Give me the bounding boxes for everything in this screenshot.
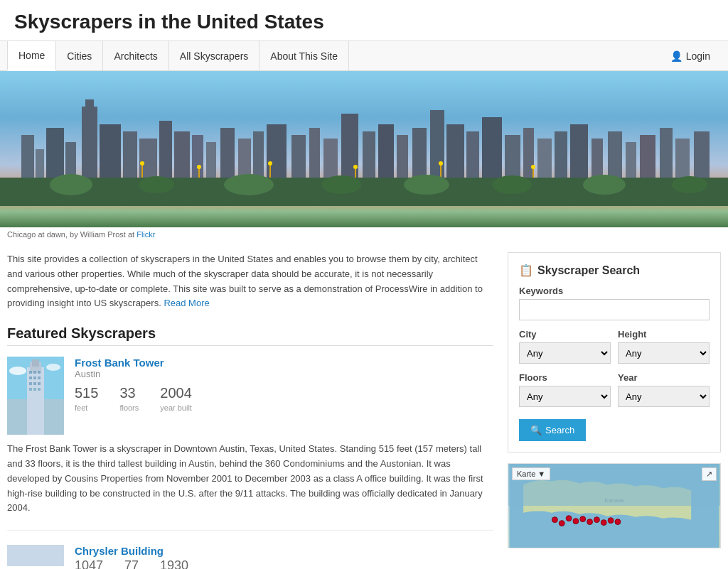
- svg-rect-67: [32, 359, 39, 367]
- city-label: City: [519, 329, 611, 340]
- login-button[interactable]: 👤 Login: [660, 41, 721, 70]
- skyscraper-city: Austin: [75, 369, 493, 379]
- svg-rect-15: [238, 139, 251, 178]
- svg-point-61: [583, 175, 626, 195]
- svg-point-81: [46, 364, 60, 371]
- search-panel-icon: 📋: [519, 264, 533, 277]
- svg-point-51: [439, 161, 443, 166]
- svg-rect-18: [291, 135, 306, 178]
- svg-point-89: [587, 519, 593, 525]
- map-background: Kanada Karte ▼: [508, 464, 720, 548]
- keywords-group: Keywords: [519, 286, 710, 320]
- svg-rect-13: [206, 142, 216, 178]
- nav-about[interactable]: About This Site: [259, 41, 349, 70]
- map-dropdown-icon: ▼: [537, 470, 545, 478]
- skyscraper-info: Frost Bank Tower Austin 515 feet 33 floo…: [75, 357, 493, 435]
- svg-rect-19: [309, 128, 320, 178]
- svg-rect-20: [323, 139, 338, 178]
- skyscraper-description: The Frost Bank Tower is a skyscraper in …: [7, 442, 493, 516]
- svg-point-56: [139, 176, 174, 193]
- search-panel-title: 📋 Skyscraper Search: [519, 264, 710, 277]
- svg-rect-38: [640, 135, 655, 178]
- nav-bar: Home Cities Architects All Skyscrapers A…: [0, 40, 728, 71]
- height-group: Height Any: [618, 329, 710, 364]
- svg-rect-40: [675, 139, 690, 178]
- svg-rect-35: [592, 139, 603, 178]
- nav-cities[interactable]: Cities: [56, 41, 103, 70]
- svg-rect-30: [505, 135, 520, 178]
- skyscraper-entry-2: Chrysler Building 1047 77 1930: [7, 545, 493, 569]
- map-expand-button[interactable]: ↗: [702, 467, 717, 481]
- svg-point-60: [492, 175, 532, 194]
- svg-rect-72: [33, 376, 36, 379]
- height-label: Height: [618, 329, 710, 340]
- svg-rect-23: [378, 124, 394, 178]
- svg-rect-36: [608, 131, 622, 178]
- svg-rect-70: [38, 371, 41, 374]
- svg-rect-12: [192, 135, 203, 178]
- floors-select[interactable]: Any: [519, 386, 611, 407]
- nav-architects[interactable]: Architects: [103, 41, 168, 70]
- svg-point-49: [353, 165, 358, 169]
- user-icon: 👤: [670, 50, 682, 62]
- search-icon: 🔍: [530, 425, 542, 435]
- svg-rect-6: [85, 99, 94, 121]
- skyscraper-name-link[interactable]: Frost Bank Tower: [75, 357, 493, 369]
- stat-floors: 33 floors: [119, 385, 139, 413]
- svg-rect-74: [29, 382, 32, 385]
- svg-point-57: [224, 174, 274, 195]
- svg-rect-28: [466, 131, 479, 178]
- svg-rect-4: [65, 142, 76, 178]
- svg-point-88: [580, 516, 586, 522]
- skyline-svg: [0, 92, 728, 206]
- city-height-row: City Any Height Any: [519, 329, 710, 372]
- svg-point-92: [608, 518, 614, 524]
- year-label: Year: [618, 372, 710, 383]
- site-title: Skyscrapers in the United States: [0, 0, 728, 40]
- flickr-link[interactable]: Flickr: [136, 230, 155, 239]
- svg-point-58: [321, 175, 361, 194]
- map-label: Karte: [517, 470, 535, 478]
- svg-point-62: [672, 176, 707, 193]
- read-more-link[interactable]: Read More: [164, 298, 209, 308]
- skyscraper-name-link-2[interactable]: Chrysler Building: [75, 545, 188, 557]
- svg-rect-31: [523, 128, 534, 178]
- svg-rect-24: [397, 135, 408, 178]
- nav-all-skyscrapers[interactable]: All Skyscrapers: [169, 41, 259, 70]
- svg-rect-75: [33, 382, 36, 385]
- map-control[interactable]: Karte ▼: [512, 467, 550, 480]
- year-select[interactable]: Any: [618, 386, 710, 407]
- svg-point-53: [531, 165, 535, 169]
- svg-rect-7: [100, 124, 121, 178]
- svg-rect-26: [430, 110, 444, 178]
- svg-point-93: [615, 519, 621, 525]
- svg-rect-8: [123, 131, 137, 178]
- svg-rect-16: [253, 131, 264, 178]
- map-panel: Kanada Karte ▼: [508, 463, 721, 548]
- svg-rect-77: [29, 388, 32, 391]
- svg-rect-1: [21, 135, 34, 178]
- hero-caption: Chicago at dawn, by William Prost at Fli…: [0, 227, 728, 242]
- skyscraper-header: Frost Bank Tower Austin 515 feet 33 floo…: [7, 357, 493, 435]
- next-stats: 1047 77 1930: [75, 558, 188, 569]
- stat-feet: 515 feet: [75, 385, 98, 413]
- svg-rect-3: [46, 128, 64, 178]
- svg-rect-37: [626, 142, 636, 178]
- svg-point-80: [9, 367, 26, 375]
- skyscraper-entry: Frost Bank Tower Austin 515 feet 33 floo…: [7, 357, 493, 531]
- svg-point-45: [197, 165, 201, 169]
- search-panel: 📋 Skyscraper Search Keywords City Any: [508, 252, 721, 453]
- city-select[interactable]: Any: [519, 342, 611, 364]
- keywords-input[interactable]: [519, 299, 710, 320]
- floors-year-row: Floors Any Year Any: [519, 372, 710, 416]
- height-select[interactable]: Any: [618, 342, 710, 364]
- nav-home[interactable]: Home: [7, 41, 56, 71]
- city-group: City Any: [519, 329, 611, 364]
- svg-point-90: [594, 517, 599, 523]
- intro-text: This site provides a collection of skysc…: [7, 252, 493, 311]
- year-group: Year Any: [618, 372, 710, 407]
- left-column: This site provides a collection of skysc…: [7, 252, 493, 569]
- search-button[interactable]: 🔍 Search: [519, 419, 586, 441]
- svg-rect-22: [363, 131, 375, 178]
- login-label: Login: [686, 50, 710, 62]
